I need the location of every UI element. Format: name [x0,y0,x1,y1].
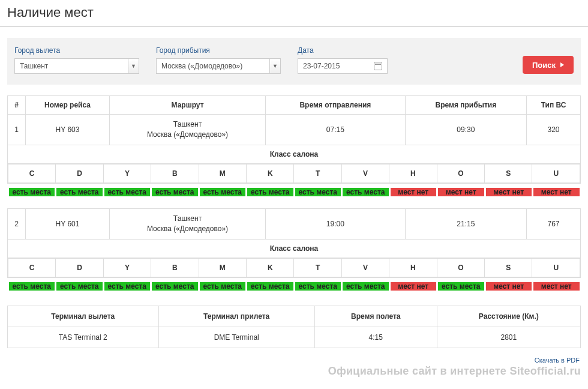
availability-cell: мест нет [437,187,485,197]
flights-table: # Номер рейса Маршрут Время отправления … [7,95,581,291]
col-num: # [8,96,26,115]
class-header-cell: O [437,258,484,277]
cell-flight: HY 601 [26,209,110,240]
availability-cell: есть места [247,187,294,197]
date-input[interactable]: 23-07-2015 [298,58,388,74]
availability-cell: есть места [104,282,151,291]
class-header-cell: D [56,258,103,277]
pdf-download-link[interactable]: Скачать в PDF [0,353,588,365]
chevron-down-icon: ▼ [131,63,136,69]
availability-cell: мест нет [390,282,437,291]
arrival-label: Город прибытия [156,46,281,55]
availability-row: есть местаесть местаесть местаесть места… [8,277,581,291]
terminal-table: Терминал вылета Терминал прилета Время п… [7,306,581,348]
cell-aircraft: 320 [527,115,581,145]
arr-term: DME Terminal [158,327,314,348]
arrival-select[interactable]: Москва («Домодедово») [156,58,270,74]
calendar-icon [374,62,382,70]
departure-select[interactable]: Ташкент [14,58,128,74]
arr-term-hdr: Терминал прилета [158,306,314,327]
cell-route: Ташкент Москва («Домодедово») [110,209,266,240]
class-row: CDYBMKTVHOSU [8,163,581,183]
class-header-cell: S [485,164,532,182]
departure-dropdown-btn[interactable]: ▼ [128,58,139,74]
dep-term: TAS Terminal 2 [8,327,159,348]
class-header-cell: U [532,258,580,277]
class-header-cell: K [247,258,294,277]
cell-dep: 19:00 [266,209,406,240]
availability-cell: есть места [104,187,151,197]
flight-row: 1 HY 603 Ташкент Москва («Домодедово») 0… [8,115,581,145]
distance: 2801 [437,327,580,348]
chevron-down-icon: ▼ [272,63,278,69]
date-group: Дата 23-07-2015 [298,46,388,74]
availability-cell: есть места [8,282,56,291]
availability-cell: мест нет [533,282,580,291]
availability-cell: есть места [199,282,247,291]
availability-cell: мест нет [533,187,580,197]
class-header-cell: K [247,164,294,182]
watermark: Официальные сайт в интернете Siteofficia… [0,365,588,381]
availability-cell: мест нет [485,282,533,291]
class-header-cell: D [56,164,103,182]
flight-row: 2 HY 601 Ташкент Москва («Домодедово») 1… [8,209,581,240]
class-header-cell: S [485,258,532,277]
class-header-cell: V [341,258,389,277]
cell-num: 2 [8,209,26,240]
date-label: Дата [298,46,388,55]
availability-cell: есть места [56,282,103,291]
arrival-group: Город прибытия Москва («Домодедово») ▼ [156,46,281,74]
class-header-cell: H [389,258,437,277]
col-route: Маршрут [110,96,266,115]
cabin-header: Класс салона [8,239,581,258]
availability-cell: есть места [437,282,485,291]
class-header-cell: U [532,164,580,182]
col-arr: Время прибытия [405,96,526,115]
class-header-cell: T [294,258,341,277]
dep-term-hdr: Терминал вылета [8,306,159,327]
cell-arr: 21:15 [405,209,526,240]
availability-cell: мест нет [485,187,533,197]
class-header-cell: B [151,258,199,277]
availability-cell: есть места [151,282,199,291]
cell-aircraft: 767 [527,209,581,240]
flight-time: 4:15 [314,327,437,348]
class-header-cell: V [341,164,389,182]
cell-arr: 09:30 [405,115,526,145]
departure-label: Город вылета [14,46,139,55]
availability-cell: есть места [342,282,389,291]
search-button[interactable]: Поиск [523,56,574,74]
departure-group: Город вылета Ташкент ▼ [14,46,139,74]
class-header-cell: C [8,258,56,277]
class-header-cell: H [389,164,437,182]
arrow-right-icon [560,62,564,67]
class-row: CDYBMKTVHOSU [8,258,581,277]
cell-flight: HY 603 [26,115,110,145]
class-header-cell: T [294,164,341,182]
class-header-cell: Y [103,164,151,182]
flight-time-hdr: Время полета [314,306,437,327]
terminal-header-row: Терминал вылета Терминал прилета Время п… [8,306,581,327]
availability-cell: есть места [295,282,342,291]
availability-cell: есть места [56,187,103,197]
arrival-dropdown-btn[interactable]: ▼ [270,58,281,74]
availability-cell: есть места [8,187,56,197]
availability-cell: есть места [151,187,199,197]
availability-cell: мест нет [390,187,437,197]
class-header-cell: M [199,258,246,277]
page-title: Наличие мест [0,0,588,27]
class-header-cell: M [199,164,246,182]
header-row: # Номер рейса Маршрут Время отправления … [8,96,581,115]
col-flight: Номер рейса [26,96,110,115]
date-value: 23-07-2015 [303,62,340,70]
availability-cell: есть места [247,282,294,291]
availability-cell: есть места [295,187,342,197]
col-dep: Время отправления [266,96,406,115]
cabin-header: Класс салона [8,145,581,163]
cell-num: 1 [8,115,26,145]
class-header-cell: Y [103,258,151,277]
search-panel: Город вылета Ташкент ▼ Город прибытия Мо… [7,38,581,85]
cell-route: Ташкент Москва («Домодедово») [110,115,266,145]
col-aircraft: Тип ВС [527,96,581,115]
availability-cell: есть места [342,187,389,197]
